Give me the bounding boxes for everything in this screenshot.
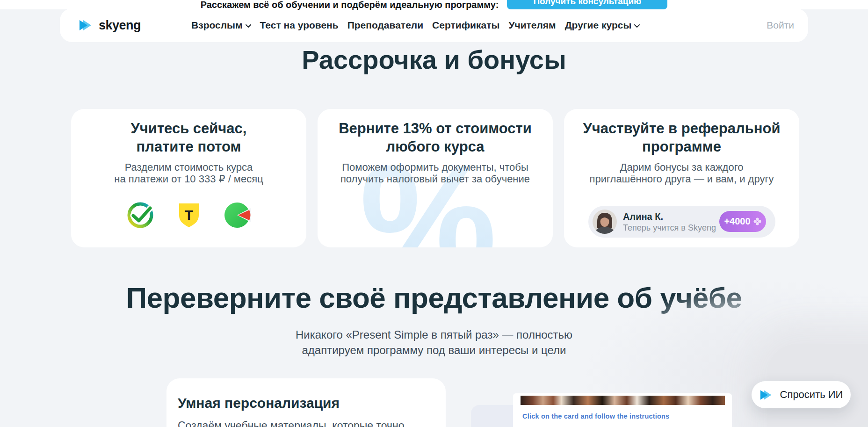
- nav-links: Взрослым Тест на уровень Преподаватели С…: [191, 20, 640, 31]
- skyeng-logo[interactable]: skyeng: [79, 18, 141, 33]
- ai-chat-button[interactable]: Спросить ИИ: [752, 381, 851, 408]
- nav-item-certificates[interactable]: Сертификаты: [432, 20, 499, 31]
- promo-banner-text: Расскажем всё об обучении и подберём иде…: [201, 0, 499, 9]
- get-consultation-button[interactable]: Получить консультацию: [507, 0, 667, 9]
- skyeng-ai-icon: [760, 389, 774, 401]
- personalization-body: Создаём учебные материалы, которые точно: [178, 419, 434, 427]
- personalization-title: Умная персонализация: [178, 395, 434, 411]
- sberbank-logo-icon: [126, 201, 154, 229]
- bonus-badge-label: +4000: [724, 216, 750, 227]
- personalization-card: Умная персонализация Создаём учебные мат…: [166, 378, 446, 427]
- bonus-card-installments: Учитесь сейчас, платите потом Разделим с…: [71, 109, 306, 247]
- ai-chat-label: Спросить ИИ: [780, 389, 843, 401]
- chevron-down-icon: [634, 24, 640, 28]
- avatar: [593, 210, 617, 234]
- nav-item-for-teachers[interactable]: Учителям: [508, 20, 556, 31]
- payment-logos-row: Т: [71, 201, 306, 229]
- nav-item-other-courses[interactable]: Другие курсы: [565, 20, 640, 31]
- nav-item-teachers[interactable]: Преподаватели: [347, 20, 423, 31]
- tbank-logo-icon: Т: [175, 201, 203, 229]
- promo-banner: Расскажем всё об обучении и подберём иде…: [0, 0, 868, 9]
- referral-widget: Алина К. Теперь учится в Skyeng +4000: [588, 206, 775, 238]
- nav-item-adults[interactable]: Взрослым: [191, 20, 251, 31]
- watermelon-pay-icon: [224, 201, 252, 229]
- bonus-card-referral: Участвуйте в реферальной программе Дарим…: [564, 109, 799, 247]
- bonuses-title: Рассрочка и бонусы: [0, 45, 868, 75]
- card-title: Учитесь сейчас, платите потом: [71, 109, 306, 156]
- svg-text:Т: Т: [184, 207, 193, 223]
- card-body: Дарим бонусы за каждого приглашённого др…: [564, 161, 799, 185]
- chevron-down-icon: [246, 24, 251, 28]
- card-title: Участвуйте в реферальной программе: [564, 109, 799, 156]
- card-body: Поможем оформить документы, чтобы получи…: [318, 161, 553, 185]
- referral-status: Теперь учится в Skyeng: [623, 223, 716, 233]
- clover-icon: [753, 217, 761, 225]
- demo-card[interactable]: Click on the card and follow the instruc…: [513, 393, 732, 427]
- skyeng-logo-icon: [79, 19, 94, 31]
- skyeng-logo-text: skyeng: [99, 18, 141, 33]
- nav-item-level-test[interactable]: Тест на уровень: [260, 20, 339, 31]
- bonus-badge: +4000: [719, 211, 766, 232]
- card-body: Разделим стоимость курса на платежи от 1…: [71, 161, 306, 185]
- percent-watermark: %: [360, 142, 497, 247]
- demo-caption: Click on the card and follow the instruc…: [522, 413, 669, 420]
- bonus-card-tax-refund: % Верните 13% от стоимости любого курса …: [318, 109, 553, 247]
- login-button[interactable]: Войти: [767, 20, 794, 31]
- card-title: Верните 13% от стоимости любого курса: [318, 109, 553, 156]
- main-nav: skyeng Взрослым Тест на уровень Преподав…: [60, 8, 808, 42]
- demo-phone-edge: [471, 405, 513, 427]
- page: Расскажем всё об обучении и подберём иде…: [0, 0, 868, 427]
- demo-photo: [521, 396, 725, 405]
- referral-name: Алина К.: [623, 211, 716, 222]
